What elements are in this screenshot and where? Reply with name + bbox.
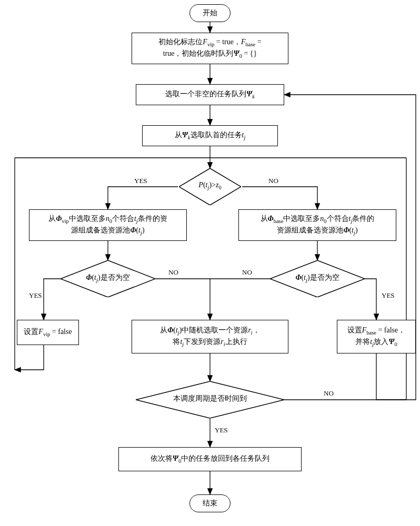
node-select-base: 从Φbase中选取至多n0个符合tj条件的 资源组成备选资源池Φ(tj) <box>238 209 396 241</box>
label-yes-1: YES <box>134 177 147 185</box>
node-time-up: 本调度周期是否时间到 <box>136 381 284 418</box>
node-select-task: 从Ψk选取队首的任务tj <box>142 125 278 146</box>
node-base-empty: Φ(tj)是否为空 <box>270 260 365 297</box>
end-label: 结束 <box>203 498 217 509</box>
node-check-priority: P(tj)>z0 <box>179 168 241 205</box>
label-yes-3: YES <box>382 291 395 300</box>
node-vip-empty: Φ(tj)是否为空 <box>61 260 155 297</box>
label-no-2: NO <box>168 268 178 277</box>
label-yes-4: YES <box>215 426 228 434</box>
label-no-4: NO <box>324 389 334 398</box>
start-label: 开始 <box>203 8 217 18</box>
label-no-1: NO <box>268 177 278 185</box>
label-no-3: NO <box>242 268 252 277</box>
node-select-vip: 从Φvip中选取至多n0个符合tj条件的资 源组成备选资源池Φ(tj) <box>29 209 187 241</box>
node-init: 初始化标志位Fvip = true，Fbase = true，初始化临时队列Ψ0… <box>132 33 288 64</box>
node-dispatch: 从Φ(tj)中随机选取一个资源ri， 将tj下发到资源ri上执行 <box>132 320 288 353</box>
node-start: 开始 <box>189 4 231 22</box>
node-select-queue: 选取一个非空的任务队列Ψk <box>136 84 284 105</box>
node-restore: 依次将Ψ0中的任务放回到各任务队列 <box>118 447 302 471</box>
node-end: 结束 <box>189 494 231 512</box>
label-yes-2: YES <box>29 291 42 300</box>
node-set-base-false: 设置Fbase = false， 并将tj放入Ψ0 <box>337 320 416 353</box>
node-set-vip-false: 设置Fvip = false <box>17 320 79 345</box>
